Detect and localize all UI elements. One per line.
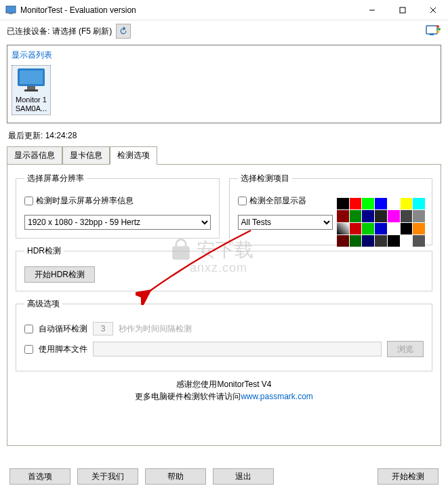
tab-test-options[interactable]: 检测选项 [110,146,157,165]
window-title: MonitorTest - Evaluation version [20,5,357,15]
svg-rect-13 [27,86,35,89]
resolution-select[interactable]: 1920 x 1080 - 32bpp - 59 Hertz [24,215,211,230]
test-pattern-thumb [388,223,400,234]
monitor-item[interactable]: Monitor 1 SAM0A... [12,65,51,115]
test-pattern-thumb [401,210,413,222]
title-bar: MonitorTest - Evaluation version [0,0,448,20]
test-pattern-thumb [413,223,425,234]
loop-interval-field: 3 [93,322,113,335]
test-items-group: 选择检测项目 检测全部显示器 All Tests [229,173,433,245]
browse-button[interactable]: 浏览 [387,341,424,357]
test-pattern-thumb [401,198,413,209]
advanced-legend: 高级选项 [24,298,62,310]
test-pattern-thumb [388,198,400,209]
use-script-label: 使用脚本文件 [39,344,87,355]
all-monitors-label: 检测全部显示器 [249,195,306,207]
bottom-button-bar: 首选项 关于我们 帮助 退出 开始检测 [0,468,448,485]
use-script-checkbox[interactable] [24,345,33,354]
close-button[interactable] [418,0,448,20]
test-pattern-thumb [337,223,349,234]
tab-monitor-info[interactable]: 显示器信息 [7,146,62,165]
hdr-legend: HDR检测 [24,245,64,257]
brand-icon [425,24,441,39]
advanced-group: 高级选项 自动循环检测 3 秒作为时间间隔检测 使用脚本文件 浏览 [16,298,432,371]
test-pattern-thumb [375,223,387,234]
test-pattern-preview [337,198,425,247]
svg-rect-12 [20,70,43,84]
test-pattern-thumb [413,210,425,222]
tab-container: 显示器信息 显卡信息 检测选项 选择屏幕分辨率 检测时显示屏幕分辨率信息 192… [7,146,441,446]
test-pattern-thumb [350,223,362,234]
auto-loop-label: 自动循环检测 [39,323,87,335]
footer-message: 感谢您使用MonitorTest V4 更多电脑硬件检测软件请访问www.pas… [16,378,432,403]
test-pattern-thumb [350,198,362,209]
test-pattern-thumb [362,210,374,222]
test-pattern-thumb [362,198,374,209]
refresh-button[interactable] [116,24,131,39]
svg-rect-0 [6,6,16,13]
minimize-button[interactable] [357,0,387,20]
resolution-group: 选择屏幕分辨率 检测时显示屏幕分辨率信息 1920 x 1080 - 32bpp… [16,173,220,239]
show-resolution-info-checkbox[interactable] [24,197,33,205]
test-pattern-thumb [337,210,349,222]
test-pattern-thumb [350,210,362,222]
svg-rect-6 [426,26,437,34]
svg-rect-14 [24,89,38,91]
all-monitors-checkbox[interactable] [238,197,247,205]
test-pattern-thumb [375,210,387,222]
connected-device-label: 已连接设备: 请选择 (F5 刷新) [7,26,112,37]
app-icon [5,5,16,16]
hdr-group: HDR检测 开始HDR检测 [16,245,432,291]
resolution-legend: 选择屏幕分辨率 [24,173,87,184]
test-pattern-thumb [375,198,387,209]
svg-rect-7 [430,34,434,35]
svg-rect-3 [400,7,405,13]
test-select[interactable]: All Tests [238,215,333,230]
test-pattern-thumb [362,223,374,234]
test-pattern-thumb [401,223,413,234]
start-hdr-test-button[interactable]: 开始HDR检测 [24,266,95,283]
preferences-button[interactable]: 首选项 [9,468,70,485]
test-pattern-thumb [337,198,349,209]
test-pattern-thumb [413,198,425,209]
seconds-hint: 秒作为时间间隔检测 [119,323,192,335]
maximize-button[interactable] [387,0,418,20]
test-items-legend: 选择检测项目 [238,173,292,184]
about-button[interactable]: 关于我们 [77,468,138,485]
monitor-icon [15,67,47,94]
toolbar: 已连接设备: 请选择 (F5 刷新) [0,20,448,42]
tab-panel-test-options: 选择屏幕分辨率 检测时显示屏幕分辨率信息 1920 x 1080 - 32bpp… [7,164,441,446]
passmark-link[interactable]: www.passmark.com [241,392,313,401]
exit-button[interactable]: 退出 [213,468,274,485]
svg-point-9 [438,28,441,30]
test-pattern-thumb [388,210,400,222]
monitor-label: Monitor 1 SAM0A... [16,96,47,113]
last-update-label: 最后更新: 14:24:28 [0,126,448,146]
auto-loop-checkbox[interactable] [24,325,33,333]
svg-point-8 [436,25,439,28]
show-resolution-info-label: 检测时显示屏幕分辨率信息 [36,195,134,207]
refresh-icon [119,26,128,36]
monitor-list-title: 显示器列表 [12,49,436,61]
help-button[interactable]: 帮助 [145,468,206,485]
script-path-field [93,342,382,356]
start-test-button[interactable]: 开始检测 [378,468,439,485]
monitor-list-panel: 显示器列表 Monitor 1 SAM0A... [7,45,441,123]
svg-point-10 [436,30,439,33]
tab-gpu-info[interactable]: 显卡信息 [62,146,110,165]
svg-rect-1 [9,13,13,14]
